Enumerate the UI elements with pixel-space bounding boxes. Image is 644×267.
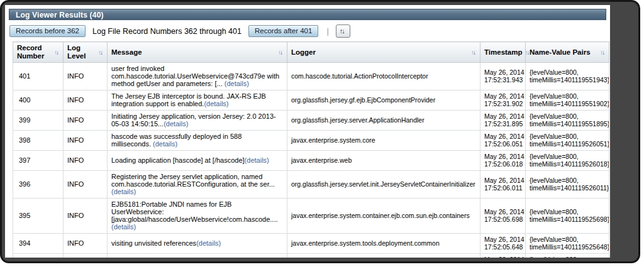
record-number-header-label: Record Number xyxy=(17,44,44,60)
message-text: user fred invoked com.hascode.tutorial.U… xyxy=(111,65,279,87)
log-row: 393 INFO visiting unvisited references(d… xyxy=(13,254,609,258)
logger-cell: javax.enterprise.web xyxy=(287,151,480,171)
details-link[interactable]: (details) xyxy=(204,100,228,107)
timestamp-cell: May 26, 2014 17:52:05.648 xyxy=(480,234,526,254)
message-text: Initiating Jersey application, version J… xyxy=(111,112,276,128)
timestamp-cell: May 26, 2014 17:52:31.943 xyxy=(480,63,526,90)
log-table-body: 401 INFO user fred invoked com.hascode.t… xyxy=(13,63,609,258)
log-level-cell: INFO xyxy=(64,111,108,131)
log-level-header-label: Log Level xyxy=(67,44,86,60)
logger-header-label: Logger xyxy=(291,48,316,57)
log-level-cell: INFO xyxy=(64,63,108,90)
log-viewer-panel: Log Viewer Results (40) Records before 3… xyxy=(5,5,610,258)
log-level-cell: INFO xyxy=(64,151,108,171)
message-text: visiting unvisited references xyxy=(111,239,196,247)
column-header-message: Message↑↓ xyxy=(108,42,287,63)
message-header-label: Message xyxy=(111,48,142,57)
details-link[interactable]: (details) xyxy=(225,80,249,87)
message-cell: The Jersey EJB interceptor is bound. JAX… xyxy=(108,90,287,111)
timestamp-cell: May 26, 2014 17:52:06.011 xyxy=(480,171,526,199)
details-link[interactable]: (details) xyxy=(111,223,136,231)
logger-cell: javax.enterprise.system.tools.deployment… xyxy=(287,234,480,254)
logger-cell: javax.enterprise.system.tools.deployment… xyxy=(287,254,480,258)
name-value-pairs-cell: {levelValue=800, timeMillis=140111955190… xyxy=(526,90,609,111)
message-cell: Registering the Jersey servlet applicati… xyxy=(108,171,287,199)
log-level-cell: INFO xyxy=(64,234,108,254)
name-value-pairs-cell: {levelValue=800, timeMillis=140111952569… xyxy=(526,199,609,234)
name-value-pairs-cell: {levelValue=800, timeMillis=140111952564… xyxy=(526,234,609,254)
column-header-logger: Logger↑↓ xyxy=(287,42,480,63)
timestamp-cell: May 26, 2014 17:52:31.902 xyxy=(480,90,526,111)
sort-icon-logger[interactable]: ↑↓ xyxy=(471,49,476,56)
log-level-cell: INFO xyxy=(64,199,108,234)
sort-icon-message[interactable]: ↑↓ xyxy=(278,49,283,56)
arrow-down-icon: ↓ xyxy=(100,49,102,56)
arrow-down-icon: ↓ xyxy=(341,27,344,35)
log-row: 396 INFO Registering the Jersey servlet … xyxy=(13,171,609,199)
log-row: 394 INFO visiting unvisited references(d… xyxy=(13,234,609,254)
column-header-record-number: Record Number↑↓ xyxy=(13,42,64,63)
column-header-name-value-pairs: Name-Value Pairs↑↓ xyxy=(526,42,609,63)
arrow-down-icon: ↓ xyxy=(527,49,529,56)
sort-icon-log-level[interactable]: ↑↓ xyxy=(98,49,103,56)
message-text: The Jersey EJB interceptor is bound. JAX… xyxy=(111,92,266,107)
record-range-text: Log File Record Numbers 362 through 401 xyxy=(92,27,242,36)
sort-preferences-button[interactable]: ↑↓ xyxy=(336,25,350,38)
arrow-down-icon: ↓ xyxy=(473,49,475,56)
name-value-pairs-cell: {levelValue=800, timeMillis=140111952601… xyxy=(526,151,609,171)
log-level-cell: INFO xyxy=(64,90,108,111)
name-value-pairs-cell: {levelValue=800, timeMillis=140111955189… xyxy=(526,111,609,131)
details-link[interactable]: (details) xyxy=(196,239,221,247)
name-value-pairs-cell: {levelValue=800, timeMillis=140111955194… xyxy=(526,63,609,90)
log-row: 400 INFO The Jersey EJB interceptor is b… xyxy=(13,90,609,111)
message-cell: Initiating Jersey application, version J… xyxy=(108,111,287,131)
record-number-cell: 400 xyxy=(13,90,64,111)
log-results-table: Record Number↑↓ Log Level↑↓ Message↑↓ Lo… xyxy=(13,41,609,258)
details-link[interactable]: (details) xyxy=(111,188,136,195)
log-level-cell: INFO xyxy=(64,254,108,258)
name-value-pairs-header-label: Name-Value Pairs xyxy=(530,48,591,57)
record-number-cell: 394 xyxy=(13,234,64,254)
message-cell: visiting unvisited references(details) xyxy=(108,234,287,254)
panel-title-bar: Log Viewer Results (40) xyxy=(9,9,606,20)
timestamp-cell: May 26, 2014 17:52:06.018 xyxy=(480,151,526,171)
logger-cell: org.glassfish.jersey.server.ApplicationH… xyxy=(287,111,480,131)
name-value-pairs-cell: {levelValue=800, timeMillis=140111952564… xyxy=(526,254,609,258)
log-row: 399 INFO Initiating Jersey application, … xyxy=(13,111,609,131)
log-row: 397 INFO Loading application [hascode] a… xyxy=(13,151,609,171)
pager-toolbar: Records before 362 Log File Record Numbe… xyxy=(5,20,610,41)
message-cell: Loading application [hascode] at [/hasco… xyxy=(108,151,287,171)
timestamp-header-label: Timestamp xyxy=(484,48,523,57)
message-cell: visiting unvisited references(details) xyxy=(108,254,287,258)
records-after-button[interactable]: Records after 401 xyxy=(248,25,318,37)
message-text: EJB5181:Portable JNDI names for EJB User… xyxy=(111,200,278,223)
record-number-cell: 395 xyxy=(13,199,64,234)
record-number-cell: 393 xyxy=(13,254,64,258)
details-link[interactable]: (details) xyxy=(245,156,269,164)
log-row: 401 INFO user fred invoked com.hascode.t… xyxy=(13,63,609,90)
timestamp-cell: May 26, 2014 17:52:05.646 xyxy=(480,254,526,258)
details-link[interactable]: (details) xyxy=(164,120,188,128)
logger-cell: org.glassfish.jersey.gf.ejb.EjbComponent… xyxy=(287,90,480,111)
toolbar-divider: | xyxy=(326,26,328,36)
record-number-cell: 398 xyxy=(13,131,64,151)
arrow-down-icon: ↓ xyxy=(56,49,58,56)
column-header-timestamp: Timestamp↑↓ xyxy=(480,42,526,63)
log-level-cell: INFO xyxy=(64,131,108,151)
record-number-cell: 396 xyxy=(13,171,64,199)
name-value-pairs-cell: {levelValue=800, timeMillis=140111952601… xyxy=(526,171,609,199)
details-link[interactable]: (details) xyxy=(153,140,177,148)
message-cell: EJB5181:Portable JNDI names for EJB User… xyxy=(108,199,287,234)
window-frame: Log Viewer Results (40) Records before 3… xyxy=(0,0,640,263)
logger-cell: org.glassfish.jersey.servlet.init.Jersey… xyxy=(287,171,480,199)
timestamp-cell: May 26, 2014 17:52:31.895 xyxy=(480,111,526,131)
sort-icon-name-value-pairs[interactable]: ↑↓ xyxy=(600,49,605,56)
timestamp-cell: May 26, 2014 17:52:06.051 xyxy=(480,131,526,151)
sort-icon-record-number[interactable]: ↑↓ xyxy=(54,49,59,56)
message-cell: user fred invoked com.hascode.tutorial.U… xyxy=(108,63,287,90)
arrow-down-icon: ↓ xyxy=(280,49,282,56)
records-before-button[interactable]: Records before 362 xyxy=(9,25,86,37)
record-number-cell: 401 xyxy=(13,63,64,90)
log-level-cell: INFO xyxy=(64,171,108,199)
logger-cell: javax.enterprise.system.container.ejb.co… xyxy=(287,199,480,234)
